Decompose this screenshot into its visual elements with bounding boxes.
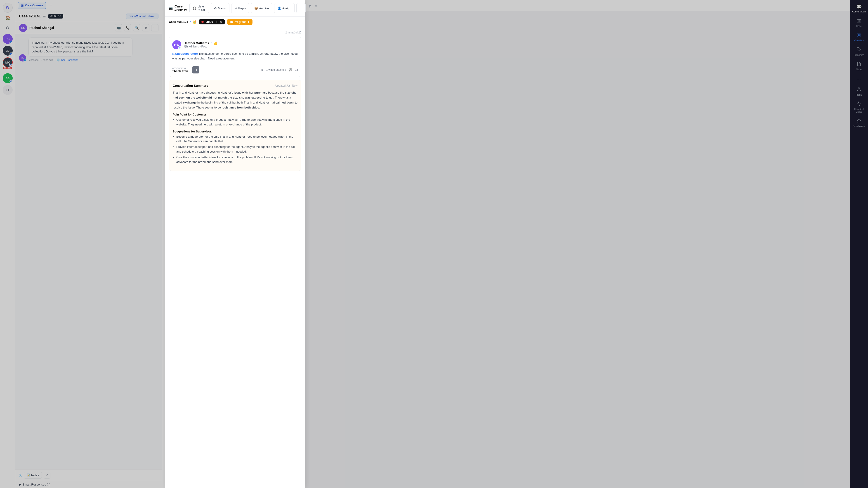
search-chat-button[interactable]: 🔍 — [133, 24, 141, 31]
conv-verified-icon: ✓ — [210, 41, 213, 45]
attachment-info: ▶ 1 video attached 💬 23 — [261, 68, 298, 71]
sidebar-profile-label: Profile — [856, 94, 862, 96]
sidebar-item-notes[interactable]: Notes — [851, 59, 867, 73]
listen-to-call-button[interactable]: 🎧 Listen to call — [189, 11, 209, 13]
comment-count: 23 — [295, 68, 298, 71]
conv-customer-avatar: HW t — [172, 40, 181, 49]
conversation-user-row: HW t Heather Williams ✓ 👑 — [172, 40, 298, 49]
chat-panel: Case #23141 ☰ 00:05:32 Omni-Channel Inte… — [16, 11, 162, 488]
more-options-button[interactable]: ⋯ — [151, 24, 158, 31]
pause-icon[interactable]: ⏸ — [215, 20, 218, 24]
main-content: ⊞ Care Console + Case #23141 ☰ 00:05:32 … — [16, 0, 850, 488]
case-icon — [857, 18, 861, 24]
sidebar-notes-label: Notes — [856, 68, 862, 71]
status-badge[interactable]: In Progress ▾ — [227, 19, 253, 25]
sidebar-item-more[interactable]: ⋯ — [851, 74, 867, 84]
sidebar-overview-label: Overview — [854, 39, 864, 42]
sidebar-smart-assist-label: Smart Assist — [852, 125, 865, 127]
sidebar-item-properties[interactable]: Properties — [851, 45, 867, 59]
sidebar-item-conversation[interactable]: 💬 Conversation — [851, 2, 867, 15]
svg-point-0 — [6, 27, 9, 29]
timer-refresh-icon[interactable]: ↻ — [220, 20, 222, 24]
close-button[interactable]: × — [314, 11, 318, 13]
sidebar-item-historical-cases[interactable]: Historical Cases — [851, 99, 867, 115]
share-button[interactable]: ⇧ — [307, 11, 312, 13]
chat-action-buttons: 📹 📞 🔍 ↻ ⋯ — [115, 24, 158, 31]
notes-icon: 📝 — [27, 474, 30, 477]
pain-point-title: Pain Point for Customer: — [173, 113, 298, 116]
twitter-badge-conv: t — [178, 46, 181, 49]
pain-points-list: Customer received a size of a product th… — [173, 118, 298, 127]
agent-sidebar: W 🏠 RS f JD f MK f 10m 32s SS f — [0, 0, 16, 488]
archive-button[interactable]: 📦 Archive — [251, 11, 272, 13]
conv-customer-handle: @h_williams • Post — [184, 45, 217, 48]
chat-timer: 00:05:32 — [48, 14, 63, 19]
more-icon: ⋯ — [857, 76, 862, 82]
message-bubble: I have worn my shoes out with so many ra… — [29, 37, 132, 57]
tab-bar: ⊞ Care Console + — [16, 0, 850, 11]
message-text: I have worn my shoes out with so many ra… — [32, 41, 124, 53]
phone-button[interactable]: 📞 — [124, 24, 131, 31]
conv-customer-info: Heather Williams ✓ 👑 @h_williams • Post — [184, 41, 217, 48]
agent-avatar-3[interactable]: MK f — [3, 57, 13, 67]
mention-text: @ShoeSuperstore — [172, 52, 198, 55]
app-logo[interactable]: W — [3, 3, 13, 13]
sidebar-item-overview[interactable]: Overview — [851, 31, 867, 44]
case-modal: 📷 Case #688121 🎧 Listen to call ⚙ Macro … — [165, 11, 305, 488]
hamburger-icon[interactable]: ☰ — [43, 14, 46, 18]
conv-customer-name: Heather Williams ✓ 👑 — [184, 41, 217, 45]
search-button[interactable] — [4, 24, 12, 32]
notes-button[interactable]: 📝 Notes — [24, 472, 42, 479]
smart-responses-section: ▶ Smart Responses (4) — [16, 481, 162, 488]
notes-label: Notes — [31, 474, 39, 477]
case-timer-display: 08:36 ⏸ ↻ — [199, 19, 225, 24]
case-modal-action-group: 🎧 Listen to call ⚙ Macro ↩ Reply 📦 — [189, 11, 318, 13]
status-label: In Progress — [230, 20, 247, 24]
more-agents[interactable]: +4 — [3, 85, 13, 95]
case-modal-header: 📷 Case #688121 🎧 Listen to call ⚙ Macro … — [165, 11, 305, 17]
case-meta-bar: Case #688121 ✓ 👑 08:36 ⏸ ↻ In Progress ▾ — [165, 17, 305, 27]
sidebar-case-label: Case — [856, 25, 862, 27]
sidebar-item-smart-assist[interactable]: Smart Assist — [851, 116, 867, 130]
care-console-icon: ⊞ — [21, 4, 24, 7]
suggestion-item-3: Give the customer better ideas for solut… — [176, 155, 298, 164]
sidebar-item-profile[interactable]: Profile — [851, 85, 867, 98]
add-tab-button[interactable]: + — [48, 2, 54, 8]
assigned-row: Assigned To Thanh Tran TT ▶ 1 video atta… — [172, 64, 298, 73]
crown-icon: 👑 — [193, 20, 196, 24]
sidebar-properties-label: Properties — [854, 54, 864, 56]
assigned-avatar: TT — [192, 66, 199, 73]
reply-button[interactable]: ↩ Reply — [231, 11, 249, 13]
twitter-badge: t — [24, 59, 26, 61]
tab-care-console[interactable]: ⊞ Care Console — [18, 2, 46, 9]
message-avatar: RS t — [19, 54, 26, 61]
svg-rect-1 — [857, 20, 861, 22]
omni-channel-button[interactable]: Omni-Channel Intera... — [126, 13, 158, 19]
assign-button[interactable]: 👤 Assign — [274, 11, 294, 13]
smart-responses-header[interactable]: ▶ Smart Responses (4) — [19, 483, 158, 486]
profile-icon — [857, 87, 861, 93]
timer-value: 08:36 — [206, 20, 213, 24]
video-icon: ▶ — [261, 68, 264, 71]
properties-icon — [857, 47, 861, 53]
sidebar-item-case[interactable]: Case — [851, 16, 867, 30]
customer-avatar: RS — [19, 24, 27, 32]
verified-icon: ✓ — [189, 20, 191, 24]
macro-button[interactable]: ⚙ Macro — [211, 11, 229, 13]
see-translation-link[interactable]: See Translation — [61, 59, 78, 61]
chat-messages: RS t I have worn my shoes out with so ma… — [16, 34, 162, 469]
conversation-summary-card: Conversation Summary Updated Just Now Th… — [169, 80, 301, 171]
attachment-label: 1 video attached — [266, 68, 286, 71]
home-nav[interactable]: 🏠 — [4, 14, 11, 21]
expand-button[interactable]: ⤢ — [43, 472, 51, 479]
message-meta: Message • 2 mins ago • 🌐 See Translation — [29, 59, 158, 61]
assigned-info: Assigned To Thanh Tran — [172, 67, 188, 73]
message-row: RS t I have worn my shoes out with so ma… — [19, 37, 158, 61]
video-call-button[interactable]: 📹 — [115, 24, 122, 31]
agent-avatar-2[interactable]: JD f — [3, 45, 13, 56]
agent-avatar-4[interactable]: SS f — [3, 73, 13, 83]
more-actions-button[interactable]: ... — [296, 11, 306, 13]
agent-avatar-1[interactable]: RS f — [3, 34, 13, 44]
case-number: Case #23141 — [19, 14, 41, 18]
refresh-button[interactable]: ↻ — [142, 24, 149, 31]
